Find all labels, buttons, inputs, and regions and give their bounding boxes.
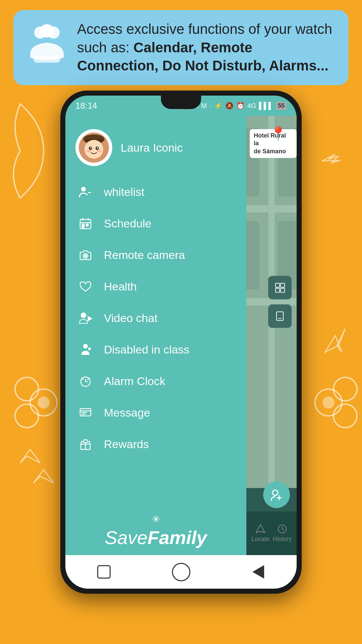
svg-point-33 <box>81 313 86 318</box>
svg-rect-50 <box>276 283 280 287</box>
health-label: Health <box>104 280 137 293</box>
add-contact-button[interactable] <box>263 481 290 508</box>
recent-apps-icon <box>97 565 111 579</box>
svg-point-22 <box>81 187 86 192</box>
svg-point-5 <box>334 377 357 401</box>
right-bottom-section: Locate History <box>246 488 297 555</box>
alarm-clock-icon <box>77 373 94 389</box>
profile-area[interactable]: Laura Iconic <box>65 116 246 173</box>
rewards-icon <box>77 436 94 452</box>
svg-rect-54 <box>277 312 283 321</box>
mute-icon: 🔕 <box>225 102 234 110</box>
profile-name: Laura Iconic <box>121 141 183 154</box>
logo-text: SaveFamily <box>72 527 240 548</box>
svg-point-0 <box>30 389 57 416</box>
menu-item-message[interactable]: Message <box>65 397 246 428</box>
status-m2: M <box>201 102 207 110</box>
signal-icon: 4G <box>247 102 256 110</box>
message-label: Message <box>104 406 150 419</box>
screen-content: Laura Iconic whitelist <box>65 116 297 555</box>
phone-frame: 18:14 📋 M M · ⚡ 🔕 ⏰ 4G ▌▌▌ 55 <box>60 91 302 594</box>
phone-navigation-bar <box>65 555 297 589</box>
svg-point-4 <box>315 389 342 416</box>
nav-recent-button[interactable] <box>94 562 114 582</box>
phone-notch <box>161 96 201 109</box>
whitelist-icon <box>77 183 94 200</box>
svg-point-21 <box>97 150 101 152</box>
menu-list: whitelist <box>65 173 246 506</box>
left-panel: Laura Iconic whitelist <box>65 116 246 555</box>
svg-point-32 <box>84 255 86 257</box>
logo-save: Save <box>105 527 147 548</box>
menu-item-disabled-in-class[interactable]: Disabled in class <box>65 334 246 365</box>
map-pin: 📍 <box>270 126 287 142</box>
svg-rect-28 <box>82 224 84 226</box>
video-chat-label: Video chat <box>104 312 158 325</box>
home-icon <box>172 563 190 581</box>
svg-point-18 <box>90 147 92 149</box>
menu-item-whitelist[interactable]: whitelist <box>65 176 246 208</box>
svg-point-20 <box>86 150 91 152</box>
banner-text: Access exclusive functions of your watch… <box>77 20 335 75</box>
alarm-clock-label: Alarm Clock <box>104 375 165 388</box>
svg-point-10 <box>40 24 54 38</box>
right-panel: ⋮ <box>246 116 297 555</box>
battery-icon: 55 <box>276 102 287 110</box>
schedule-label: Schedule <box>104 217 152 230</box>
nav-history[interactable]: History <box>273 524 292 543</box>
schedule-icon <box>77 215 94 232</box>
menu-item-video-chat[interactable]: Video chat <box>65 302 246 334</box>
alarm-icon: ⏰ <box>236 102 245 110</box>
svg-point-15 <box>84 140 103 159</box>
layers-button[interactable] <box>268 276 292 300</box>
back-icon <box>252 565 264 579</box>
avatar <box>75 129 112 166</box>
svg-rect-51 <box>281 283 285 287</box>
svg-rect-29 <box>86 224 88 226</box>
menu-item-alarm-clock[interactable]: Alarm Clock <box>65 365 246 397</box>
status-time: 18:14 <box>75 101 97 111</box>
phone-button[interactable] <box>268 305 292 328</box>
nav-home-button[interactable] <box>171 562 191 582</box>
wifi-icon: ▌▌▌ <box>259 102 273 110</box>
nav-locate[interactable]: Locate <box>251 524 269 543</box>
bottom-navigation: Locate History <box>246 512 297 555</box>
message-icon <box>77 404 94 421</box>
rewards-label: Rewards <box>104 438 149 451</box>
menu-item-rewards[interactable]: Rewards <box>65 428 246 460</box>
logo-family: Family <box>147 527 207 548</box>
health-icon <box>77 278 94 295</box>
svg-point-56 <box>273 490 278 495</box>
banner-icon <box>27 24 67 71</box>
disabled-in-class-icon <box>77 341 94 358</box>
svg-point-2 <box>15 404 39 428</box>
svg-rect-11 <box>34 56 60 63</box>
svg-rect-30 <box>82 227 84 228</box>
remote-camera-label: Remote camera <box>104 249 185 262</box>
top-banner: Access exclusive functions of your watch… <box>13 10 349 85</box>
app-logo: ✳ SaveFamily <box>65 506 246 555</box>
bluetooth-icon: ⚡ <box>214 102 223 110</box>
right-toolbar <box>268 276 292 328</box>
svg-rect-52 <box>276 288 280 292</box>
svg-point-19 <box>97 147 98 149</box>
whitelist-label: whitelist <box>104 185 144 199</box>
menu-item-remote-camera[interactable]: Remote camera <box>65 239 246 271</box>
nav-back-button[interactable] <box>248 562 268 582</box>
svg-point-35 <box>88 347 91 350</box>
svg-rect-53 <box>281 288 285 292</box>
video-chat-icon <box>77 310 94 326</box>
svg-rect-48 <box>246 221 259 290</box>
menu-item-schedule[interactable]: Schedule <box>65 208 246 239</box>
svg-point-7 <box>322 396 335 409</box>
status-dot: · <box>209 102 212 110</box>
menu-item-health[interactable]: Health <box>65 271 246 302</box>
svg-point-34 <box>83 344 88 348</box>
map-area: Hotel Rural lade Sámano 📍 <box>246 116 297 488</box>
logo-star: ✳ <box>72 513 240 525</box>
svg-point-6 <box>334 404 357 428</box>
disabled-in-class-label: Disabled in class <box>104 343 189 356</box>
remote-camera-icon <box>77 247 94 263</box>
svg-point-3 <box>38 396 50 409</box>
svg-point-1 <box>15 377 39 401</box>
